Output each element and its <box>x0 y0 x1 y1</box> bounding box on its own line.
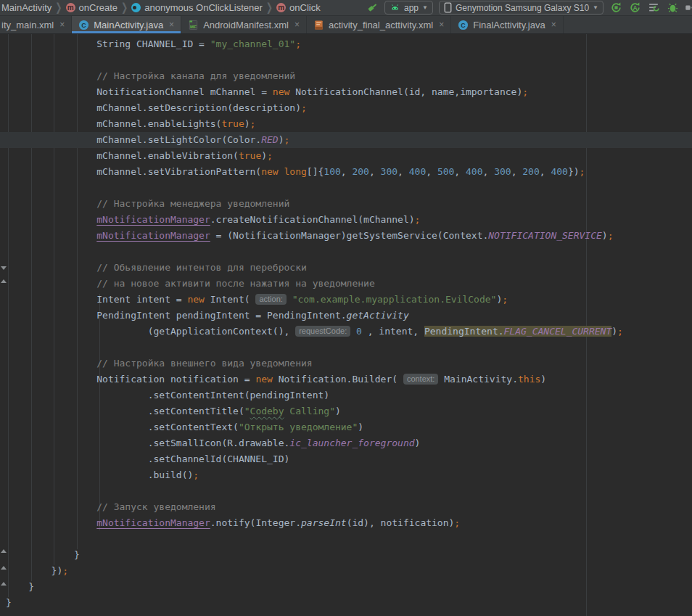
close-icon[interactable]: × <box>169 20 174 30</box>
code-line: // Настройка внешнего вида уведомления <box>0 356 692 371</box>
code-line: mChannel.setLightColor(Color.RED); <box>0 132 692 148</box>
code-line: .setContentTitle("Codeby Calling") <box>0 403 692 419</box>
breadcrumb-item-oncreate[interactable]: m onCreate <box>66 2 118 13</box>
tab-finalacttivity-java[interactable]: C FinalActtivity.java × <box>451 16 563 33</box>
code-line: // Запуск уведомления <box>0 499 692 515</box>
run-toolbar: app ▼ Genymotion Samsung Galaxy S10 ▼ A <box>366 1 692 15</box>
code-line: (getApplicationContext(), requestCode: 0… <box>0 324 692 340</box>
tab-label: FinalActtivity.java <box>473 20 545 30</box>
code-line: // на новое активити после нажатия на ув… <box>0 276 692 292</box>
xml-layout-file-icon <box>313 20 324 30</box>
code-line: mNotificationManager.createNotificationC… <box>0 212 692 228</box>
code-line: .setChannelId(CHANNEL_ID) <box>0 451 692 467</box>
close-icon[interactable]: × <box>294 20 300 30</box>
editor-tab-bar: ity_main.xml × C MainActivity.java × MF … <box>0 16 692 34</box>
manifest-file-icon: MF <box>188 20 199 30</box>
breadcrumb-separator: ❯ <box>121 1 128 14</box>
code-line: // Обьявление интентов для переброски <box>0 260 692 276</box>
tab-androidmanifest-xml[interactable]: MF AndroidManifest.xml × <box>181 16 307 33</box>
code-line: mNotificationManager = (NotificationMana… <box>0 228 692 244</box>
tab-label: activity_final_acttivity.xml <box>329 20 433 30</box>
code-line: PendingIntent pendingIntent = PendingInt… <box>0 308 692 324</box>
code-line: .build(); <box>0 467 692 483</box>
code-line: mChannel.enableVibration(true); <box>0 148 692 164</box>
code-line: Intent intent = new Intent( action: "com… <box>0 292 692 308</box>
tab-label: MainActivity.java <box>94 20 163 30</box>
code-line <box>0 52 692 68</box>
svg-text:A: A <box>633 4 637 12</box>
code-line: .setContentIntent(pendingIntent) <box>0 387 692 403</box>
close-icon[interactable]: × <box>59 20 65 30</box>
run-configuration-label: app <box>404 3 419 13</box>
chevron-down-icon: ▼ <box>593 4 598 11</box>
breadcrumb-label: MainActivity <box>1 2 52 13</box>
anonymous-class-icon <box>131 3 141 12</box>
code-editor[interactable]: String CHANNEL_ID = "my_channel_01"; // … <box>0 34 692 616</box>
breadcrumb-label: onCreate <box>79 2 118 13</box>
breadcrumb-separator: ❯ <box>266 1 273 14</box>
rerun-icon[interactable] <box>609 1 622 15</box>
svg-text:C: C <box>82 21 87 28</box>
code-line: Notification notification = new Notifica… <box>0 371 692 387</box>
tab-activity-main-xml[interactable]: ity_main.xml × <box>0 16 72 33</box>
code-line: // Настройка менеджера уведомлений <box>0 196 692 212</box>
code-line: } <box>0 579 692 595</box>
java-class-icon: C <box>78 20 89 30</box>
close-icon[interactable]: × <box>439 20 444 30</box>
device-select[interactable]: Genymotion Samsung Galaxy S10 ▼ <box>439 1 604 15</box>
code-line: .setContentText("Открыть уведомление") <box>0 419 692 435</box>
chevron-down-icon: ▼ <box>422 4 428 11</box>
java-class-icon: C <box>458 20 469 30</box>
code-line: } <box>0 547 692 563</box>
tab-label: ity_main.xml <box>1 20 54 30</box>
run-tasks-list-icon[interactable] <box>647 1 660 15</box>
code-line <box>0 531 692 547</box>
breadcrumb-item-class[interactable]: MainActivity <box>1 2 52 13</box>
breadcrumb-item-onclick[interactable]: m onClick <box>276 2 321 13</box>
tab-mainactivity-java[interactable]: C MainActivity.java × <box>72 16 181 33</box>
code-line <box>0 180 692 196</box>
attach-debugger-icon[interactable] <box>685 1 692 15</box>
code-line: mChannel.setDescription(description); <box>0 100 692 116</box>
code-line <box>0 340 692 356</box>
close-icon[interactable]: × <box>551 20 556 30</box>
debug-icon[interactable] <box>666 1 679 15</box>
build-hammer-icon[interactable] <box>366 1 379 15</box>
code-line <box>0 483 692 499</box>
run-configuration-select[interactable]: app ▼ <box>384 1 433 15</box>
breadcrumb-label: onClick <box>289 2 321 13</box>
phone-icon <box>444 2 452 13</box>
method-icon: m <box>66 3 75 12</box>
tab-activity-final-acttivity-xml[interactable]: activity_final_acttivity.xml × <box>307 16 451 33</box>
code-line: NotificationChannel mChannel = new Notif… <box>0 84 692 100</box>
breadcrumb: MainActivity ❯ m onCreate ❯ anonymous On… <box>1 2 321 13</box>
android-robot-icon <box>390 2 400 13</box>
apply-code-changes-icon[interactable]: A <box>628 1 641 15</box>
code-line: // Настройка канала для уведомлений <box>0 68 692 84</box>
svg-text:MF: MF <box>190 24 197 29</box>
code-line <box>0 244 692 260</box>
code-line: .setSmallIcon(R.drawable.ic_launcher_for… <box>0 435 692 451</box>
breadcrumb-item-anonymous[interactable]: anonymous OnClickListener <box>131 2 263 13</box>
code-line: mNotificationManager.notify(Integer.pars… <box>0 515 692 531</box>
svg-text:C: C <box>461 21 466 28</box>
breadcrumb-label: anonymous OnClickListener <box>144 2 263 13</box>
code-line: String CHANNEL_ID = "my_channel_01"; <box>0 36 692 52</box>
main-toolbar: MainActivity ❯ m onCreate ❯ anonymous On… <box>0 0 692 16</box>
code-line: }); <box>0 563 692 579</box>
tab-label: AndroidManifest.xml <box>203 20 289 30</box>
breadcrumb-separator: ❯ <box>55 1 62 14</box>
code-line: } <box>0 595 692 611</box>
device-label: Genymotion Samsung Galaxy S10 <box>456 3 589 13</box>
code-line: mChannel.setVibrationPattern(new long[]{… <box>0 164 692 180</box>
method-icon: m <box>276 3 286 12</box>
code-line: mChannel.enableLights(true); <box>0 116 692 132</box>
